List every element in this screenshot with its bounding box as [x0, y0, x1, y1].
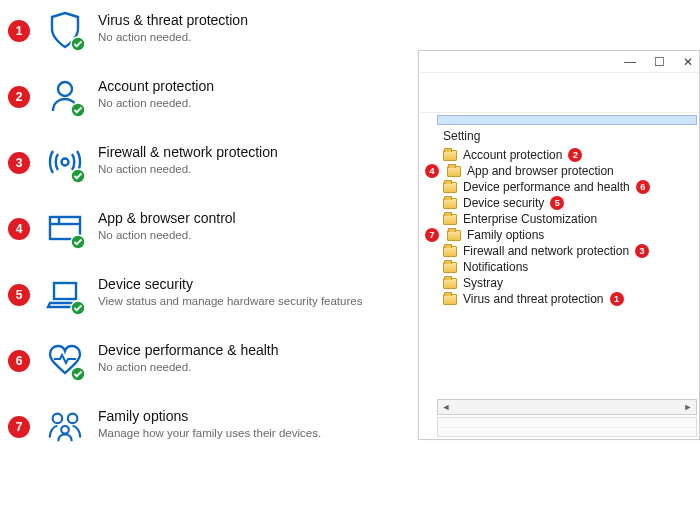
security-item-subtitle: No action needed.	[98, 163, 278, 175]
annotation-badge: 2	[8, 86, 30, 108]
tree-item-label: Notifications	[463, 260, 528, 274]
security-item-family[interactable]: 7 Family options Manage how your family …	[0, 406, 410, 446]
annotation-badge: 2	[568, 148, 582, 162]
annotation-badge: 1	[8, 20, 30, 42]
folder-icon	[447, 166, 461, 177]
folder-icon	[443, 246, 457, 257]
tree-item-enterprise[interactable]: Enterprise Customization	[437, 211, 697, 227]
tree-item-account-protection[interactable]: Account protection 2	[437, 147, 697, 163]
account-icon	[46, 76, 84, 116]
horizontal-scrollbar[interactable]: ◄ ►	[437, 399, 697, 415]
security-item-subtitle: View status and manage hardware security…	[98, 295, 362, 307]
tree-item-label: Enterprise Customization	[463, 212, 597, 226]
security-item-title: Device security	[98, 276, 362, 292]
annotation-badge: 7	[8, 416, 30, 438]
panel-header-bar	[437, 115, 697, 125]
annotation-badge: 7	[425, 228, 439, 242]
security-item-title: Virus & threat protection	[98, 12, 248, 28]
folder-icon	[443, 182, 457, 193]
shield-icon	[46, 10, 84, 50]
security-item-app-browser[interactable]: 4 App & browser control No action needed…	[0, 208, 410, 248]
family-icon	[46, 406, 84, 446]
status-grid	[437, 417, 697, 437]
status-check-icon	[70, 300, 86, 316]
laptop-icon	[46, 274, 84, 314]
annotation-badge: 1	[610, 292, 624, 306]
tree-item-label: Device security	[463, 196, 544, 210]
svg-rect-9	[54, 283, 76, 299]
tree-item-label: Device performance and health	[463, 180, 630, 194]
tree-item-notifications[interactable]: Notifications	[437, 259, 697, 275]
heart-health-icon	[46, 340, 84, 380]
status-check-icon	[70, 102, 86, 118]
security-item-title: Family options	[98, 408, 321, 424]
security-item-subtitle: Manage how your family uses their device…	[98, 427, 321, 439]
security-item-subtitle: No action needed.	[98, 229, 236, 241]
tree-item-label: App and browser protection	[467, 164, 614, 178]
firewall-icon	[46, 142, 84, 182]
folder-icon	[443, 150, 457, 161]
window-close-button[interactable]: ✕	[683, 55, 693, 69]
folder-icon	[443, 198, 457, 209]
security-item-title: Account protection	[98, 78, 214, 94]
security-item-firewall[interactable]: 3 Firewall & network protection No actio…	[0, 142, 410, 182]
folder-icon	[443, 262, 457, 273]
annotation-badge: 4	[425, 164, 439, 178]
annotation-badge: 3	[8, 152, 30, 174]
svg-point-1	[58, 82, 72, 96]
svg-point-3	[62, 159, 69, 166]
svg-point-14	[61, 426, 69, 434]
tree-item-label: Account protection	[463, 148, 562, 162]
window-maximize-button[interactable]: ☐	[654, 55, 665, 69]
folder-icon	[447, 230, 461, 241]
tree-item-virus[interactable]: Virus and threat protection 1	[437, 291, 697, 307]
annotation-badge: 5	[550, 196, 564, 210]
svg-point-13	[68, 414, 78, 424]
window-minimize-button[interactable]: —	[624, 55, 636, 69]
security-item-performance[interactable]: 6 Device performance & health No action …	[0, 340, 410, 380]
security-item-title: App & browser control	[98, 210, 236, 226]
status-check-icon	[70, 366, 86, 382]
column-header-setting[interactable]: Setting	[437, 127, 697, 145]
security-item-account[interactable]: 2 Account protection No action needed.	[0, 76, 410, 116]
svg-point-12	[53, 414, 63, 424]
tree-item-label: Family options	[467, 228, 544, 242]
windows-security-panel: 1 Virus & threat protection No action ne…	[0, 0, 410, 512]
security-item-title: Firewall & network protection	[98, 144, 278, 160]
scroll-left-icon[interactable]: ◄	[438, 400, 454, 414]
annotation-badge: 5	[8, 284, 30, 306]
tree-item-label: Systray	[463, 276, 503, 290]
tree-item-systray[interactable]: Systray	[437, 275, 697, 291]
status-check-icon	[70, 36, 86, 52]
tree-item-label: Firewall and network protection	[463, 244, 629, 258]
window-titlebar: — ☐ ✕	[419, 51, 699, 73]
window-menu-area	[419, 73, 699, 113]
tree-item-device-performance[interactable]: Device performance and health 6	[437, 179, 697, 195]
annotation-badge: 6	[636, 180, 650, 194]
tree-item-device-security[interactable]: Device security 5	[437, 195, 697, 211]
security-item-title: Device performance & health	[98, 342, 279, 358]
annotation-badge: 4	[8, 218, 30, 240]
tree-item-label: Virus and threat protection	[463, 292, 604, 306]
tree-item-family[interactable]: 7 Family options	[437, 227, 697, 243]
folder-icon	[443, 278, 457, 289]
settings-tree: Account protection 2 4 App and browser p…	[437, 145, 697, 309]
tree-item-firewall[interactable]: Firewall and network protection 3	[437, 243, 697, 259]
annotation-badge: 3	[635, 244, 649, 258]
security-item-subtitle: No action needed.	[98, 361, 279, 373]
scroll-right-icon[interactable]: ►	[680, 400, 696, 414]
annotation-badge: 6	[8, 350, 30, 372]
security-item-virus[interactable]: 1 Virus & threat protection No action ne…	[0, 10, 410, 50]
security-item-subtitle: No action needed.	[98, 31, 248, 43]
security-item-subtitle: No action needed.	[98, 97, 214, 109]
status-check-icon	[70, 234, 86, 250]
group-policy-window: — ☐ ✕ Setting Account protection 2 4 App…	[418, 50, 700, 440]
browser-icon	[46, 208, 84, 248]
tree-item-app-browser[interactable]: 4 App and browser protection	[437, 163, 697, 179]
folder-icon	[443, 294, 457, 305]
folder-icon	[443, 214, 457, 225]
security-item-device-security[interactable]: 5 Device security View status and manage…	[0, 274, 410, 314]
status-check-icon	[70, 168, 86, 184]
